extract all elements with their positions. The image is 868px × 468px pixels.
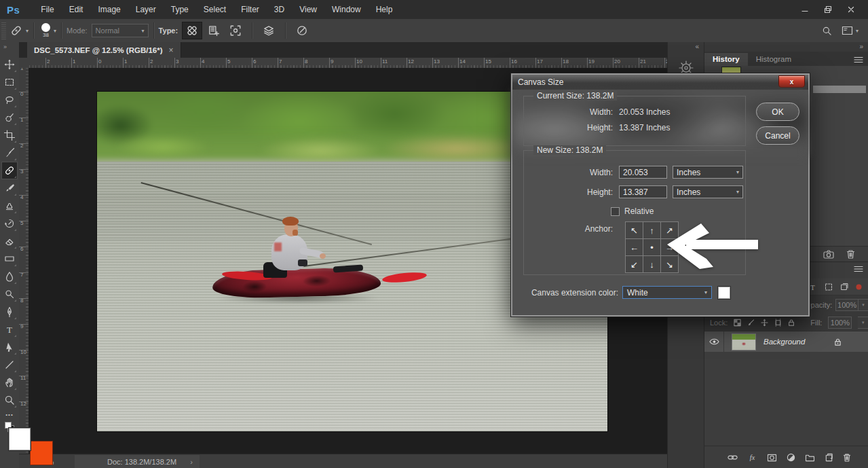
menu-edit[interactable]: Edit <box>63 2 90 17</box>
lock-pixels-brush-icon[interactable] <box>747 319 755 327</box>
menu-window[interactable]: Window <box>326 2 367 17</box>
lock-transparency-icon[interactable] <box>734 319 741 327</box>
vertical-ruler[interactable]: 1012345678910111213 <box>19 68 29 454</box>
tab-history[interactable]: History <box>704 53 748 66</box>
lock-all-icon[interactable] <box>788 319 795 327</box>
tool-clone-stamp[interactable] <box>1 197 18 215</box>
add-mask-icon[interactable] <box>767 454 777 462</box>
anchor-top[interactable]: ↑ <box>643 222 660 238</box>
dialog-title-bar[interactable]: Canvas Size <box>512 75 808 90</box>
layer-name[interactable]: Background <box>763 338 805 346</box>
expand-dock-button[interactable]: « <box>668 42 704 52</box>
status-chevron-icon[interactable]: › <box>190 458 193 466</box>
lock-artboard-icon[interactable] <box>774 319 782 327</box>
menu-file[interactable]: File <box>35 2 60 17</box>
layer-row-background[interactable]: Background <box>704 331 868 352</box>
brush-picker[interactable]: 38 ▾ <box>39 23 56 38</box>
tool-line[interactable] <box>1 356 18 374</box>
menu-type[interactable]: Type <box>165 2 195 17</box>
new-width-input[interactable]: 20.053 <box>619 166 667 179</box>
type-proximity-match-button[interactable] <box>225 22 246 39</box>
tool-move[interactable] <box>1 56 18 73</box>
menu-help[interactable]: Help <box>370 2 399 17</box>
menu-view[interactable]: View <box>293 2 323 17</box>
tab-close-icon[interactable]: × <box>169 46 174 55</box>
tool-spot-healing-brush[interactable] <box>1 162 18 179</box>
tool-preset-picker[interactable]: ▾ <box>10 24 29 37</box>
filter-toggle-icon[interactable] <box>856 284 862 290</box>
new-snapshot-camera-icon[interactable] <box>823 250 834 259</box>
tool-gradient[interactable] <box>1 250 18 268</box>
options-bar-grip[interactable] <box>1 22 6 39</box>
foreground-color-swatch[interactable] <box>9 428 31 450</box>
collapse-dock-button[interactable]: » <box>704 42 868 52</box>
dialog-close-button[interactable]: x <box>778 75 805 88</box>
tool-quick-selection[interactable] <box>1 109 18 126</box>
tool-type[interactable]: T <box>1 321 18 338</box>
sample-all-layers-button[interactable] <box>259 22 279 39</box>
new-height-input[interactable]: 13.387 <box>619 185 667 198</box>
history-state-row[interactable] <box>813 86 866 93</box>
chevron-down-icon[interactable]: ▾ <box>858 299 868 311</box>
filter-smart-object-icon[interactable] <box>840 282 849 291</box>
workspace-switcher[interactable]: ▾ <box>842 26 858 35</box>
tool-dodge[interactable] <box>1 285 18 303</box>
relative-checkbox[interactable] <box>611 207 620 216</box>
tool-eyedropper[interactable] <box>1 144 18 162</box>
restore-button[interactable] <box>819 3 837 16</box>
anchor-left[interactable]: ← <box>626 239 643 255</box>
cancel-button[interactable]: Cancel <box>756 126 799 145</box>
chevron-down-icon[interactable]: ▾ <box>858 317 868 329</box>
anchor-top-left[interactable]: ↖ <box>626 222 643 238</box>
background-color-swatch[interactable] <box>30 441 53 465</box>
delete-state-trash-icon[interactable] <box>846 249 855 259</box>
layer-thumbnail[interactable] <box>732 334 756 350</box>
lock-position-icon[interactable] <box>761 319 768 327</box>
menu-image[interactable]: Image <box>92 2 126 17</box>
tool-hand[interactable] <box>1 374 18 391</box>
close-button[interactable] <box>842 3 860 16</box>
tool-zoom[interactable] <box>1 391 18 409</box>
document-tab[interactable]: DSC_5573.NEF @ 12.5% (RGB/16*) × <box>27 42 181 58</box>
anchor-center[interactable]: • <box>643 239 660 255</box>
panel-menu-icon[interactable] <box>854 266 863 272</box>
tool-pen[interactable] <box>1 303 18 321</box>
tool-rectangular-marquee[interactable] <box>1 73 18 91</box>
anchor-bottom-left[interactable]: ↙ <box>626 256 643 272</box>
search-icon[interactable] <box>822 26 832 36</box>
new-height-unit-dropdown[interactable]: Inches ▾ <box>673 185 743 198</box>
pressure-size-button[interactable] <box>292 22 312 39</box>
horizontal-ruler[interactable]: 21012345678910111213141516171819202122 <box>29 58 667 69</box>
edit-toolbar-button[interactable]: ••• <box>0 412 19 418</box>
tab-histogram[interactable]: Histogram <box>748 53 799 66</box>
delete-layer-trash-icon[interactable] <box>843 453 851 462</box>
menu-select[interactable]: Select <box>197 2 232 17</box>
tool-brush[interactable] <box>1 179 18 197</box>
opacity-value[interactable]: 100% <box>835 299 858 311</box>
new-layer-icon[interactable] <box>825 453 833 462</box>
layer-visibility-toggle[interactable] <box>704 331 724 352</box>
tool-path-selection[interactable] <box>1 338 18 356</box>
menu-3d[interactable]: 3D <box>268 2 290 17</box>
expand-toolbar-button[interactable]: » <box>0 42 19 52</box>
type-create-texture-button[interactable] <box>204 22 224 39</box>
new-width-unit-dropdown[interactable]: Inches ▾ <box>673 166 743 179</box>
anchor-bottom[interactable]: ↓ <box>643 256 660 272</box>
mode-dropdown[interactable]: Normal ▾ <box>92 24 149 37</box>
fill-value[interactable]: 100% <box>828 317 852 329</box>
link-layers-icon[interactable] <box>728 454 738 461</box>
filter-shape-icon[interactable] <box>824 283 833 291</box>
tool-crop[interactable] <box>1 126 18 144</box>
minimize-button[interactable] <box>796 3 814 16</box>
tool-blur[interactable] <box>1 268 18 285</box>
document-size-field[interactable]: Doc: 138.2M/138.2M › <box>75 455 200 468</box>
adjustment-layer-icon[interactable] <box>787 453 795 462</box>
extension-color-swatch[interactable] <box>718 287 730 299</box>
menu-layer[interactable]: Layer <box>130 2 162 17</box>
tool-eraser[interactable] <box>1 232 18 250</box>
tool-history-brush[interactable] <box>1 215 18 232</box>
layer-style-fx-icon[interactable]: fx <box>747 453 757 462</box>
menu-filter[interactable]: Filter <box>235 2 265 17</box>
tool-lasso[interactable] <box>1 91 18 109</box>
canvas-extension-dropdown[interactable]: White ▾ <box>622 286 712 299</box>
